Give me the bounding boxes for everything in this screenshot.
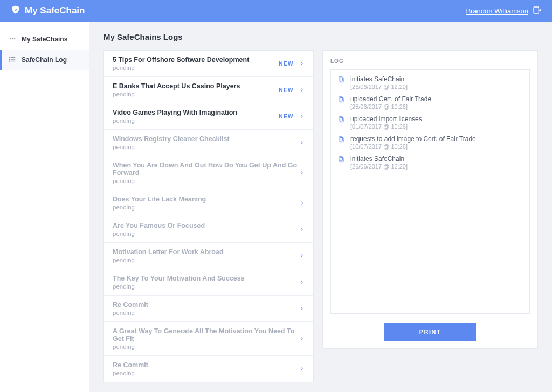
list-item[interactable]: 5 Tips For Offshore Software Development… [104,51,313,77]
document-icon [337,115,345,130]
svg-rect-13 [340,98,343,102]
svg-point-1 [10,38,11,39]
list-item-status: pending [113,204,299,211]
logout-icon [533,6,541,16]
list-item[interactable]: When You Are Down And Out How Do You Get… [104,156,313,190]
svg-rect-16 [339,137,342,141]
user-name: Brandon Williamson [466,7,528,15]
log-entry-timestamp: [28/06/2017 @ 10:26] [350,103,431,110]
list-item-title: The Key To Your Motivation And Success [113,275,299,282]
new-badge: NEW [279,114,294,120]
log-entry: initiates SafeChain[26/06/2017 @ 12:20] [337,75,523,90]
page-title: My SafeChains Logs [104,32,538,41]
svg-point-8 [9,59,10,59]
sidebar-item-safechain-log[interactable]: SafeChain Log [0,50,89,70]
sidebar-item-label: SafeChain Log [22,56,67,64]
svg-rect-17 [340,138,343,142]
svg-point-3 [14,38,15,39]
log-entry-timestamp: [26/06/2017 @ 12:20] [350,83,408,90]
log-entry: uploaded import licenses[01/07/2017 @ 10… [337,115,523,130]
log-entry-timestamp: [10/07/2017 @ 10:26] [350,143,476,150]
chevron-right-icon [299,277,305,287]
log-entry-timestamp: [26/06/2017 @ 12:20] [350,163,408,170]
list-item-status: pending [113,370,299,376]
svg-point-2 [12,38,13,39]
list-item-title: Does Your Life Lack Meaning [113,195,299,203]
chevron-right-icon [299,251,305,261]
list-item-title: E Banks That Accept Us Casino Players [113,82,279,90]
svg-rect-19 [340,158,343,162]
brand-title: My SafeChain [25,5,85,16]
user-menu[interactable]: Brandon Williamson [466,6,541,16]
chevron-right-icon [299,334,305,344]
svg-point-9 [9,60,10,61]
svg-rect-0 [534,7,539,13]
log-entry-text: uploaded Cert. of Fair Trade [350,95,431,103]
main: My SafeChains Logs 5 Tips For Offshore S… [89,22,552,392]
sidebar: My SafeChains SafeChain Log [0,22,89,392]
list-item[interactable]: Re Commitpending [104,296,313,322]
list-item[interactable]: Re Commitpending [104,356,313,382]
chevron-right-icon [299,59,305,68]
list-item[interactable]: Does Your Life Lack Meaningpending [104,190,313,216]
list-item-status: pending [113,178,299,184]
document-icon [337,155,345,170]
svg-rect-11 [340,78,343,82]
list-item[interactable]: E Banks That Accept Us Casino Playerspen… [104,77,313,103]
dots-icon [9,35,16,44]
sidebar-item-my-safechains[interactable]: My SafeChains [0,29,89,50]
list-item-status: pending [113,344,299,350]
list-item[interactable]: Video Games Playing With Imaginationpend… [104,103,313,130]
log-entry: initiates SafeChain[26/06/2017 @ 12:20] [337,155,523,170]
log-entry-timestamp: [01/07/2017 @ 10:26] [350,123,422,130]
list-item-status: pending [113,283,299,290]
list-item-title: Motivation Letter For Work Abroad [113,248,299,256]
chevron-right-icon [299,138,305,148]
shield-icon [11,5,20,17]
chevron-right-icon [299,85,305,95]
list-item[interactable]: A Great Way To Generate All The Motivati… [104,322,313,356]
list-item-status: pending [113,65,279,71]
svg-point-7 [9,57,10,57]
list-item[interactable]: The Key To Your Motivation And Successpe… [104,269,313,296]
list-item[interactable]: Windows Registry Cleaner Checklistpendin… [104,130,313,156]
svg-rect-15 [340,118,343,122]
list-item-status: pending [113,257,299,263]
chevron-right-icon [299,364,305,374]
log-entry-text: requests to add image to Cert. of Fair T… [350,135,476,143]
chevron-right-icon [299,304,305,313]
list-icon [9,55,16,65]
document-icon [337,135,345,150]
log-box: initiates SafeChain[26/06/2017 @ 12:20]u… [330,69,530,314]
list-item-title: A Great Way To Generate All The Motivati… [113,327,299,342]
log-entry-text: initiates SafeChain [350,155,408,163]
chevron-right-icon [299,168,305,178]
brand: My SafeChain [11,5,85,17]
list-item-status: pending [113,230,299,237]
svg-rect-18 [339,157,342,161]
list-item-title: Are You Famous Or Focused [113,222,299,229]
log-panel: LOG initiates SafeChain[26/06/2017 @ 12:… [322,50,538,349]
list-item-status: pending [113,144,299,150]
print-button[interactable]: PRINT [384,323,476,341]
chevron-right-icon [299,225,305,234]
list-item-title: 5 Tips For Offshore Software Development [113,56,279,64]
list-item-status: pending [113,117,279,124]
log-entry-text: uploaded import licenses [350,115,422,123]
log-entry: uploaded Cert. of Fair Trade[28/06/2017 … [337,95,523,110]
document-icon [337,75,345,90]
list-item-status: pending [113,91,279,97]
chevron-right-icon [299,111,305,121]
svg-rect-10 [339,77,342,81]
log-heading: LOG [330,58,530,64]
chevron-right-icon [299,198,305,208]
list-item-title: Windows Registry Cleaner Checklist [113,135,299,143]
topbar: My SafeChain Brandon Williamson [0,0,552,22]
log-entry: requests to add image to Cert. of Fair T… [337,135,523,150]
list-item-title: Re Commit [113,301,299,309]
log-entry-text: initiates SafeChain [350,75,408,83]
list-item[interactable]: Are You Famous Or Focusedpending [104,216,313,243]
list-item[interactable]: Motivation Letter For Work Abroadpending [104,243,313,269]
list-item-title: When You Are Down And Out How Do You Get… [113,162,299,177]
svg-rect-12 [339,97,342,101]
